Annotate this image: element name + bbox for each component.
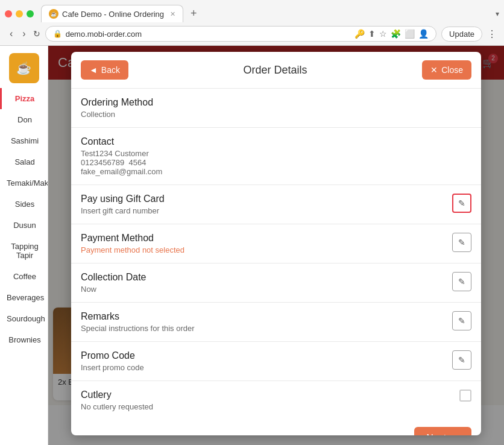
modal-title: Order Details [128,64,422,77]
ordering-method-value: Collection [81,110,471,119]
new-tab-button[interactable]: + [186,5,202,22]
contact-content: Contact Test1234 Customer 0123456789 456… [81,136,471,176]
cutlery-value: No cutlery requested [81,402,459,411]
key-icon: 🔑 [354,29,365,39]
address-bar: ‹ › ↻ 🔒 demo.mobi-order.com 🔑 ⬆ ☆ 🧩 ⬜ 👤 … [0,22,504,45]
sidebar-item-brownies[interactable]: Brownies [0,329,48,350]
payment-method-edit-button[interactable]: ✎ [452,233,471,252]
gift-card-row: Pay using Gift Card Insert gift card num… [71,185,481,224]
sidebar-item-coffee[interactable]: Coffee [0,266,48,287]
cutlery-label: Cutlery [81,390,459,400]
collection-date-value: Now [81,285,452,294]
promo-code-row: Promo Code Insert promo code ✎ [71,341,481,380]
sidebar-item-temaki[interactable]: Temaki/Maki [0,172,48,194]
pencil-icon-3: ✎ [458,277,465,286]
back-label: Back [101,65,120,75]
promo-code-content: Promo Code Insert promo code [81,350,452,372]
promo-code-edit-button[interactable]: ✎ [452,350,471,370]
back-button[interactable]: ◄ Back [81,60,128,80]
close-label: Close [441,65,463,75]
gift-card-edit-button[interactable]: ✎ [452,194,471,213]
contact-row: Contact Test1234 Customer 0123456789 456… [71,127,481,185]
back-arrow-icon: ◄ [89,65,98,75]
gift-card-value: Insert gift card number [81,206,452,215]
remarks-content: Remarks Special instructions for this or… [81,311,452,333]
back-nav-button[interactable]: ‹ [7,27,15,40]
payment-method-value: Payment method not selected [81,245,452,254]
pencil-icon-4: ✎ [458,316,465,326]
remarks-label: Remarks [81,311,452,322]
contact-name: Test1234 Customer [81,149,471,158]
pencil-icon-5: ✎ [458,355,465,365]
sidebar-item-sides[interactable]: Sides [0,194,48,215]
close-x-icon: ✕ [430,65,438,75]
collection-date-edit-button[interactable]: ✎ [452,272,471,291]
window-controls: ▾ [496,10,499,18]
more-options-button[interactable]: ⋮ [487,28,497,40]
url-actions: 🔑 ⬆ ☆ 🧩 ⬜ 👤 [354,29,429,39]
remarks-edit-button[interactable]: ✎ [452,311,471,330]
gift-card-content: Pay using Gift Card Insert gift card num… [81,194,452,215]
sidebar: ☕ Pizza Don Sashimi Salad Temaki/Maki Si… [0,46,48,445]
browser-chrome: ☕ Cafe Demo - Online Ordering ✕ + ▾ ‹ › … [0,0,504,46]
sidebar-item-salad[interactable]: Salad [0,151,48,172]
bookmark-icon: ☆ [379,29,387,39]
cutlery-row: Cutlery No cutlery requested [71,380,481,420]
sidebar-item-dusun[interactable]: Dusun [0,215,48,236]
next-label: Next [426,433,446,435]
remarks-row: Remarks Special instructions for this or… [71,302,481,341]
forward-nav-button[interactable]: › [20,27,28,40]
order-details-modal: ◄ Back Order Details ✕ Close Ordering Me… [71,52,481,435]
ordering-method-content: Ordering Method Collection [81,97,471,119]
page-content: ☕ Pizza Don Sashimi Salad Temaki/Maki Si… [0,46,504,445]
profile-icon: 👤 [418,29,429,39]
share-icon: ⬆ [368,29,376,39]
next-arrow-icon: ► [450,433,459,435]
promo-code-value: Insert promo code [81,363,452,372]
ordering-method-row: Ordering Method Collection [71,88,481,127]
close-window-button[interactable] [5,10,12,17]
ordering-method-label: Ordering Method [81,97,471,108]
remarks-value: Special instructions for this order [81,324,452,333]
collection-date-label: Collection Date [81,272,452,283]
next-button[interactable]: Next ► [414,427,471,435]
contact-phone: 0123456789 4564 [81,158,471,167]
payment-method-row: Payment Method Payment method not select… [71,224,481,263]
cutlery-content: Cutlery No cutlery requested [81,390,459,411]
sidebar-item-beverages[interactable]: Beverages [0,287,48,308]
payment-method-content: Payment Method Payment method not select… [81,233,452,254]
cutlery-checkbox[interactable] [459,390,471,402]
modal-header: ◄ Back Order Details ✕ Close [71,52,481,88]
fullscreen-window-button[interactable] [27,10,34,17]
sidebar-item-tapping[interactable]: Tapping Tapir [0,236,48,266]
extensions-icon: 🧩 [391,29,401,39]
close-button[interactable]: ✕ Close [422,60,471,80]
modal-footer: Next ► [71,420,481,435]
sidebar-item-sashimi[interactable]: Sashimi [0,130,48,151]
promo-code-label: Promo Code [81,350,452,361]
collection-date-row: Collection Date Now ✎ [71,263,481,302]
payment-method-label: Payment Method [81,233,452,244]
traffic-lights [5,10,34,17]
sidebar-item-sourdough[interactable]: Sourdough [0,308,48,329]
gift-card-label: Pay using Gift Card [81,194,452,204]
tab-close-button[interactable]: ✕ [170,10,175,18]
contact-label: Contact [81,136,471,147]
collection-date-content: Collection Date Now [81,272,452,294]
tab-bar: ☕ Cafe Demo - Online Ordering ✕ + ▾ [0,0,504,22]
sidebar-item-pizza[interactable]: Pizza [0,88,48,109]
contact-email: fake_email@gmail.com [81,167,471,176]
sidebar-item-don[interactable]: Don [0,109,48,130]
url-bar[interactable]: 🔒 demo.mobi-order.com 🔑 ⬆ ☆ 🧩 ⬜ 👤 [45,26,436,42]
screen-icon: ⬜ [405,29,415,39]
minimize-window-button[interactable] [16,10,23,17]
lock-icon: 🔒 [53,30,62,38]
update-button[interactable]: Update [441,27,482,42]
cutlery-checkbox-container [459,390,471,402]
active-tab[interactable]: ☕ Cafe Demo - Online Ordering ✕ [41,5,183,22]
tab-favicon: ☕ [49,9,58,19]
tab-title: Cafe Demo - Online Ordering [62,10,164,19]
modal-overlay: ◄ Back Order Details ✕ Close Ordering Me… [48,46,504,445]
pencil-icon-2: ✎ [458,238,465,247]
refresh-button[interactable]: ↻ [33,29,40,39]
